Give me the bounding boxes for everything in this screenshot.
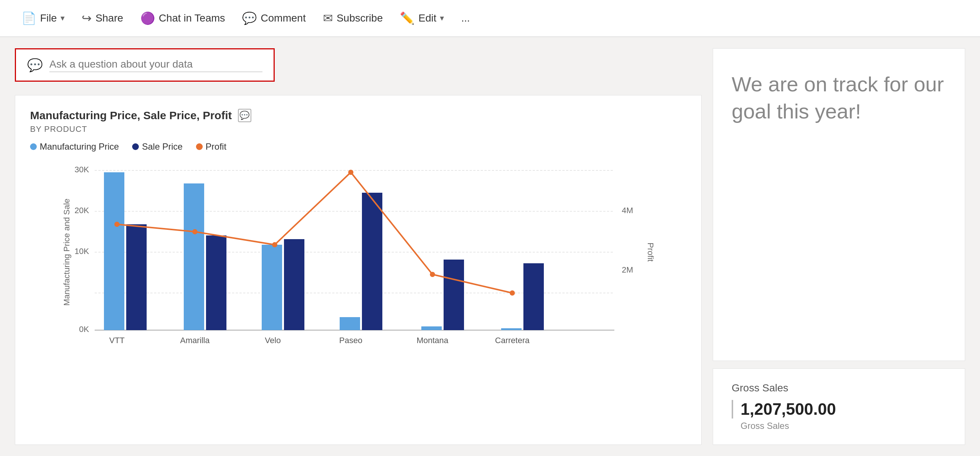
profit-point-montana xyxy=(430,272,435,277)
qa-input[interactable] xyxy=(49,58,262,72)
profit-point-velo xyxy=(272,242,277,247)
legend-profit-label: Profit xyxy=(206,142,226,152)
bar-amarilla-sale xyxy=(206,236,226,330)
bar-montana-sale xyxy=(444,260,464,330)
legend-sale: Sale Price xyxy=(132,142,182,152)
comment-button[interactable]: 💬 Comment xyxy=(235,8,312,29)
chart-title-text: Manufacturing Price, Sale Price, Profit xyxy=(30,109,232,122)
bar-vtt-sale xyxy=(126,224,146,330)
goal-card: We are on track for our goal this year! xyxy=(713,48,965,361)
gross-sales-value: 1,207,500.00 xyxy=(732,400,946,418)
svg-text:30K: 30K xyxy=(75,165,89,174)
svg-text:Manufacturing Price and Sale: Manufacturing Price and Sale xyxy=(62,199,71,306)
bar-velo-sale xyxy=(284,239,304,330)
edit-button[interactable]: ✏️ Edit ▾ xyxy=(393,8,451,29)
bar-velo-mfg xyxy=(262,245,282,330)
bar-vtt-mfg xyxy=(104,172,124,330)
chart-svg: 30K 20K 10K 0K 4M 2M Manufacturing Price… xyxy=(30,159,686,345)
x-label-velo: Velo xyxy=(265,336,281,345)
qa-box[interactable]: 💬 xyxy=(15,48,275,82)
edit-icon: ✏️ xyxy=(400,11,415,25)
profit-point-vtt xyxy=(115,222,119,227)
chat-in-teams-button[interactable]: 🟣 Chat in Teams xyxy=(134,8,232,29)
file-icon: 📄 xyxy=(22,11,37,25)
legend-profit-dot xyxy=(196,143,203,150)
bar-paseo-mfg xyxy=(340,317,360,330)
chart-comment-button[interactable]: 💬 xyxy=(238,109,251,122)
goal-text: We are on track for our goal this year! xyxy=(732,71,946,125)
chart-subtitle: BY PRODUCT xyxy=(30,124,686,134)
x-label-amarilla: Amarilla xyxy=(180,336,210,345)
more-label: ... xyxy=(461,12,469,24)
gross-sales-sublabel: Gross Sales xyxy=(732,421,946,431)
profit-point-carretera xyxy=(510,290,515,296)
chart-legend: Manufacturing Price Sale Price Profit xyxy=(30,142,686,152)
gross-sales-label: Gross Sales xyxy=(732,382,946,394)
chart-area: 30K 20K 10K 0K 4M 2M Manufacturing Price… xyxy=(30,159,686,345)
chat-label: Chat in Teams xyxy=(159,12,225,24)
teams-icon: 🟣 xyxy=(140,11,155,25)
share-label: Share xyxy=(95,12,123,24)
legend-mfg-dot xyxy=(30,143,37,150)
legend-mfg-label: Manufacturing Price xyxy=(40,142,119,152)
legend-sale-label: Sale Price xyxy=(142,142,182,152)
profit-point-paseo xyxy=(348,170,353,175)
bar-carretera-sale xyxy=(523,263,544,330)
file-chevron: ▾ xyxy=(60,13,65,23)
right-panel: We are on track for our goal this year! … xyxy=(713,48,965,445)
x-label-carretera: Carretera xyxy=(495,336,530,345)
x-label-vtt: VTT xyxy=(109,336,125,345)
share-button[interactable]: ↪ Share xyxy=(75,8,130,29)
file-menu[interactable]: 📄 File ▾ xyxy=(15,8,71,29)
bar-montana-mfg xyxy=(421,327,442,330)
svg-text:Profit: Profit xyxy=(646,242,655,261)
svg-text:10K: 10K xyxy=(75,247,89,256)
x-label-montana: Montana xyxy=(417,336,449,345)
svg-text:0K: 0K xyxy=(79,325,89,334)
gross-sales-card: Gross Sales 1,207,500.00 Gross Sales xyxy=(713,368,965,445)
svg-text:2M: 2M xyxy=(622,265,633,274)
comment-icon: 💬 xyxy=(242,11,257,25)
main-content: 💬 Manufacturing Price, Sale Price, Profi… xyxy=(0,37,980,456)
left-panel: 💬 Manufacturing Price, Sale Price, Profi… xyxy=(15,48,702,445)
bar-amarilla-mfg xyxy=(184,183,204,330)
bar-carretera-mfg xyxy=(501,328,522,330)
subscribe-label: Subscribe xyxy=(337,12,383,24)
chart-container: Manufacturing Price, Sale Price, Profit … xyxy=(15,95,702,445)
comment-label: Comment xyxy=(261,12,305,24)
x-label-paseo: Paseo xyxy=(339,336,362,345)
file-label: File xyxy=(40,12,57,24)
bar-paseo-sale xyxy=(362,193,382,330)
toolbar: 📄 File ▾ ↪ Share 🟣 Chat in Teams 💬 Comme… xyxy=(0,0,980,37)
subscribe-button[interactable]: ✉ Subscribe xyxy=(316,8,390,29)
svg-text:20K: 20K xyxy=(75,206,89,215)
qa-icon: 💬 xyxy=(27,57,43,72)
edit-label: Edit xyxy=(418,12,436,24)
legend-mfg: Manufacturing Price xyxy=(30,142,119,152)
legend-sale-dot xyxy=(132,143,139,150)
svg-text:4M: 4M xyxy=(622,206,633,215)
chart-title: Manufacturing Price, Sale Price, Profit … xyxy=(30,109,686,122)
profit-point-amarilla xyxy=(192,229,197,234)
subscribe-icon: ✉ xyxy=(323,11,333,25)
share-icon: ↪ xyxy=(82,11,92,25)
edit-chevron: ▾ xyxy=(440,13,444,23)
more-button[interactable]: ... xyxy=(454,8,476,28)
legend-profit: Profit xyxy=(196,142,226,152)
